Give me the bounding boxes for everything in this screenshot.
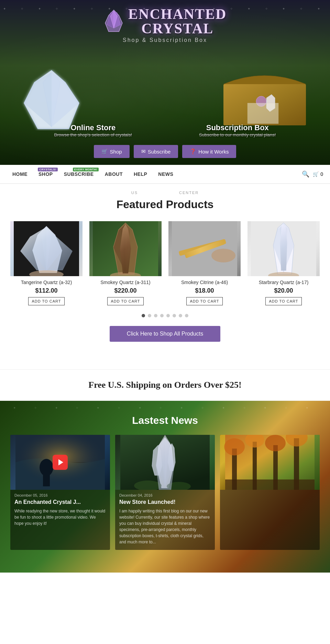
hero-box-image [220,70,320,131]
news-card-1[interactable]: December 05, 2016 An Enchanted Crystal J… [10,435,110,550]
crystal-logo-icon [103,9,124,33]
news-card-title-2: New Store Launched! [119,499,211,505]
svg-marker-16 [33,227,46,271]
dot-7[interactable] [179,314,182,317]
news-excerpt-2: I am happily writing this first blog on … [119,508,211,545]
featured-title: Featured Products [10,198,320,211]
question-icon: ❓ [190,148,196,155]
logo-text-block: EnCHAnTeD CRYSTAl [128,7,227,36]
nav-help[interactable]: HELP [128,165,153,184]
news-card-3[interactable] [220,435,320,550]
svg-rect-13 [14,221,79,276]
product-card-4[interactable]: Starbrary Quartz (a-17) $20.00 ADD TO CA… [248,221,320,305]
svg-point-57 [265,435,286,451]
shipping-banner: Free U.S. Shipping on Orders Over $25! [0,369,330,401]
svg-point-37 [40,459,53,476]
shop-button[interactable]: 🛒 Shop [94,145,130,158]
site-logo: EnCHAnTeD CRYSTAl [103,7,227,36]
cart-icon: 🛒 [313,171,319,177]
svg-rect-12 [248,103,278,124]
navigation: HOME SHOP CRYSTALS! SUBSCRIBE EVERY MONT… [0,165,330,184]
svg-rect-20 [93,221,158,276]
hero-subscription-box: Subscription Box Subscribe to our monthl… [199,123,276,137]
logo-title: EnCHAnTeD CRYSTAl [128,7,227,36]
product-image-3 [168,221,241,276]
subscribe-button[interactable]: ✉ Subscribe [134,145,178,158]
news-body-2: December 04, 2016 New Store Launched! I … [115,490,215,550]
news-card-title-1: An Enchanted Crystal J... [14,499,106,505]
news-section: Lastest News [0,401,330,573]
product-card-2[interactable]: Smokey Quartz (a-311) $220.00 ADD TO CAR… [89,221,162,305]
nav-about[interactable]: ABOUT [99,165,128,184]
hero-buttons-row: 🛒 Shop ✉ Subscribe ❓ How it Works [0,145,330,158]
svg-rect-38 [43,474,50,486]
nav-home[interactable]: HOME [7,165,33,184]
dot-8[interactable] [185,314,188,317]
dot-5[interactable] [166,314,170,317]
product-price-4: $20.00 [248,287,320,294]
product-name-1: Tangerine Quartz (a-32) [10,280,82,285]
add-to-cart-2[interactable]: ADD TO CART [107,297,144,305]
svg-rect-25 [172,221,237,276]
news-image-2 [115,435,215,490]
hero-section: EnCHAnTeD CRYSTAl Shop & Subscription Bo… [0,0,330,165]
shop-all-wrapper: Click Here to Shop All Products [10,326,320,342]
add-to-cart-3[interactable]: ADD TO CART [186,297,223,305]
cart-button[interactable]: 🛒 0 [313,171,323,177]
news-image-3 [220,435,320,490]
news-date-2: December 04, 2016 [119,493,211,497]
nav-subscribe[interactable]: SUBSCRIBE EVERY MONTH! [58,165,99,184]
news-crystal-thumbnail [115,435,215,490]
news-body-3 [220,490,320,501]
news-autumn-thumbnail [220,435,320,490]
news-card-2[interactable]: December 04, 2016 New Store Launched! I … [115,435,215,550]
featured-products-section: Featured Products Tangerine Quartz (a-32… [0,195,330,369]
dot-2[interactable] [148,314,151,317]
add-to-cart-1[interactable]: ADD TO CART [28,297,65,305]
product-price-1: $112.00 [10,287,82,294]
product-price-3: $18.00 [168,287,241,294]
svg-point-27 [211,249,235,262]
hero-section-labels: Online Store Browse the shop's selection… [0,123,330,137]
shop-icon: 🛒 [101,148,108,155]
dot-1[interactable] [142,314,145,317]
play-button[interactable] [53,455,68,470]
hero-online-store: Online Store Browse the shop's selection… [54,123,132,137]
nav-news[interactable]: NEWS [153,165,179,184]
svg-marker-15 [41,227,52,271]
shipping-text: Free U.S. Shipping on Orders Over $25! [7,380,323,390]
hero-crystal-image [10,69,93,131]
news-date-1: December 05, 2016 [14,493,106,497]
shop-all-button[interactable]: Click Here to Shop All Products [110,326,220,342]
product-card-1[interactable]: Tangerine Quartz (a-32) $112.00 ADD TO C… [10,221,82,305]
us-center-label: US CENTER [0,191,330,195]
news-title: Lastest News [10,415,320,426]
nav-shop[interactable]: SHOP CRYSTALS! [33,165,58,184]
tangerine-quartz-img [10,221,82,276]
svg-point-55 [224,438,245,455]
smokey-quartz-img [89,221,162,276]
news-image-1 [10,435,110,490]
product-card-3[interactable]: Smokey Citrine (a-46) $18.00 ADD TO CART [168,221,241,305]
product-image-1 [10,221,82,276]
add-to-cart-4[interactable]: ADD TO CART [265,297,302,305]
product-image-4 [248,221,320,276]
svg-rect-59 [225,479,315,490]
play-icon [58,459,63,465]
subscribe-badge: EVERY MONTH! [73,168,99,171]
product-name-2: Smokey Quartz (a-311) [89,280,162,285]
smokey-citrine-img [168,221,241,276]
product-price-2: $220.00 [89,287,162,294]
products-grid: Tangerine Quartz (a-32) $112.00 ADD TO C… [10,221,320,305]
svg-rect-40 [120,435,210,490]
news-grid: December 05, 2016 An Enchanted Crystal J… [10,435,320,550]
dot-6[interactable] [173,314,176,317]
product-image-2 [89,221,162,276]
product-name-3: Smokey Citrine (a-46) [168,280,241,285]
search-icon[interactable]: 🔍 [298,170,313,178]
dot-4[interactable] [160,314,164,317]
shop-badge: CRYSTALS! [38,168,57,171]
how-it-works-button[interactable]: ❓ How it Works [182,145,236,158]
dot-3[interactable] [154,314,157,317]
news-body-1: December 05, 2016 An Enchanted Crystal J… [10,490,110,531]
